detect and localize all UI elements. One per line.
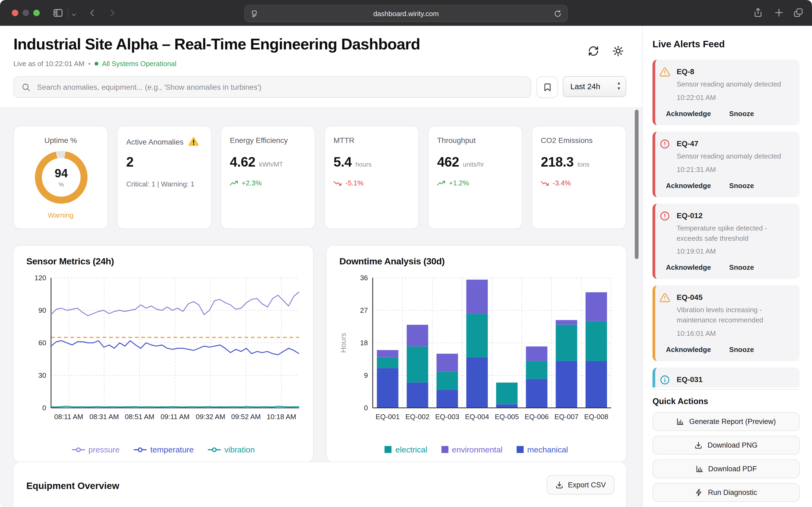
alert-timestamp: 10:19:01 AM [677, 247, 793, 256]
legend-label: environmental [452, 445, 502, 454]
acknowledge-button[interactable]: Acknowledge [666, 181, 711, 189]
legend-item-mechanical[interactable]: mechanical [517, 445, 568, 454]
svg-text:60: 60 [39, 339, 46, 347]
trend-down-icon [333, 180, 342, 186]
alert-card-eq-47: EQ-47Sensor reading anomaly detected10:2… [652, 132, 800, 197]
alert-circle-icon [660, 138, 670, 150]
snooze-button[interactable]: Snooze [729, 181, 754, 189]
svg-text:90: 90 [39, 306, 46, 314]
acknowledge-button[interactable]: Acknowledge [666, 110, 711, 118]
equipment-overview-card: Equipment Overview Export CSV [13, 462, 627, 507]
minimize-window-button[interactable] [22, 10, 29, 16]
alert-timestamp: 10:21:31 AM [677, 165, 793, 173]
alert-equipment-id: EQ-031 [677, 375, 793, 384]
sensor-metrics-title: Sensor Metrics (24h) [26, 256, 114, 267]
legend-label: pressure [88, 445, 120, 454]
alerts-list: EQ-8Sensor reading anomaly detected10:22… [652, 60, 800, 387]
svg-text:09:52 AM: 09:52 AM [231, 413, 261, 421]
alert-card-eq-8: EQ-8Sensor reading anomaly detected10:22… [652, 60, 800, 125]
alert-equipment-id: EQ-47 [677, 138, 793, 148]
info-circle-icon [660, 375, 670, 385]
quick-action-download-pdf-button[interactable]: Download PDF [652, 459, 800, 478]
svg-text:18: 18 [360, 339, 368, 347]
sensor-metrics-chart: 08:11 AM08:31 AM08:51 AM09:11 AM09:32 AM… [25, 275, 302, 438]
kpi-card-co2-emissions: CO2 Emissions218.3tons-3.4% [532, 126, 626, 229]
search-input[interactable] [36, 82, 530, 92]
quick-actions-list: Generate Report (Preview)Download PNGDow… [652, 412, 800, 507]
alert-timestamp: 10:16:01 AM [677, 329, 793, 337]
kpi-unit: kWh/MT [259, 161, 283, 168]
browser-chrome: dashboard.wirity.com [0, 0, 812, 26]
quick-action-run-diagnostic-button[interactable]: Run Diagnostic [652, 483, 800, 502]
page-title: Industrial Site Alpha – Real-Time Engine… [13, 36, 420, 53]
snooze-button[interactable]: Snooze [729, 345, 754, 353]
kpi-trend-value: +1.2% [449, 179, 469, 187]
legend-label: temperature [150, 445, 194, 454]
window-controls [12, 10, 40, 16]
alert-message: Sensor reading anomaly detected [677, 152, 793, 162]
quick-actions-title: Quick Actions [652, 397, 708, 406]
kpi-subtext: Critical: 1 | Warning: 1 [126, 180, 194, 188]
export-csv-button[interactable]: Export CSV [547, 475, 614, 494]
sidebar-toggle-icon[interactable] [53, 7, 63, 18]
equipment-overview-title: Equipment Overview [26, 481, 119, 492]
back-icon[interactable] [87, 8, 97, 18]
bookmark-icon [543, 82, 552, 92]
bookmark-button[interactable] [537, 76, 558, 98]
tab-overview-icon[interactable] [793, 7, 803, 18]
legend-line-marker-icon [208, 447, 221, 452]
new-tab-icon[interactable] [774, 7, 784, 18]
legend-square-marker-icon [441, 446, 448, 453]
kpi-card-mttr: MTTR5.4hours-5.1% [324, 126, 419, 229]
time-range-select[interactable]: Last 24h ▲▼ [563, 76, 626, 97]
legend-label: electrical [395, 445, 427, 454]
kpi-label: Throughput [437, 136, 476, 145]
share-icon[interactable] [753, 7, 763, 18]
acknowledge-button[interactable]: Acknowledge [666, 264, 711, 272]
reload-icon[interactable] [554, 9, 562, 17]
svg-text:08:31 AM: 08:31 AM [89, 413, 119, 421]
svg-text:Hours: Hours [339, 333, 348, 353]
svg-text:08:11 AM: 08:11 AM [54, 413, 83, 421]
close-window-button[interactable] [12, 10, 18, 16]
quick-action-generate-report-preview-button[interactable]: Generate Report (Preview) [652, 412, 800, 431]
legend-item-environmental[interactable]: environmental [441, 445, 502, 454]
browser-window: dashboard.wirity.com Industrial Site Alp… [0, 0, 812, 507]
kpi-value: 218.3 [541, 154, 573, 170]
sensor-metrics-legend: pressuretemperaturevibration [13, 445, 313, 454]
legend-item-vibration[interactable]: vibration [208, 445, 255, 454]
gauge-unit: % [59, 181, 64, 187]
legend-item-temperature[interactable]: temperature [134, 445, 194, 454]
theme-toggle-sun-icon[interactable] [612, 45, 624, 57]
legend-item-electrical[interactable]: electrical [385, 445, 427, 454]
svg-text:09:32 AM: 09:32 AM [196, 413, 225, 421]
quick-action-download-png-button[interactable]: Download PNG [652, 436, 800, 455]
forward-icon[interactable] [108, 8, 117, 18]
snooze-button[interactable]: Snooze [729, 264, 754, 272]
legend-label: mechanical [527, 445, 568, 454]
acknowledge-button[interactable]: Acknowledge [666, 345, 711, 353]
alert-equipment-id: EQ-045 [677, 293, 793, 302]
address-bar[interactable]: dashboard.wirity.com [244, 5, 568, 22]
export-csv-label: Export CSV [568, 481, 606, 489]
warning-triangle-icon [660, 67, 670, 77]
downtime-analysis-title: Downtime Analysis (30d) [339, 256, 445, 267]
svg-text:30: 30 [39, 371, 46, 379]
main-content: Industrial Site Alpha – Real-Time Engine… [0, 26, 642, 507]
zoom-window-button[interactable] [33, 10, 40, 16]
kpi-label: Energy Efficiency [230, 136, 288, 145]
chevron-down-icon[interactable] [71, 10, 77, 16]
bar-chart-icon [676, 417, 684, 426]
gauge-status-label: Warning [14, 211, 108, 219]
legend-item-pressure[interactable]: pressure [72, 445, 120, 454]
quick-action-label: Download PNG [707, 441, 757, 449]
refresh-button[interactable] [587, 45, 599, 57]
vertical-scrollbar-thumb[interactable] [635, 110, 638, 259]
download-icon [556, 481, 564, 489]
kpi-label: MTTR [333, 136, 355, 145]
snooze-button[interactable]: Snooze [729, 110, 754, 118]
downtime-analysis-legend: electricalenvironmentalmechanical [326, 445, 626, 454]
legend-line-marker-icon [72, 447, 84, 452]
live-alerts-sidebar: Live Alerts Feed EQ-8Sensor reading anom… [642, 26, 812, 507]
lightning-icon [695, 489, 703, 497]
